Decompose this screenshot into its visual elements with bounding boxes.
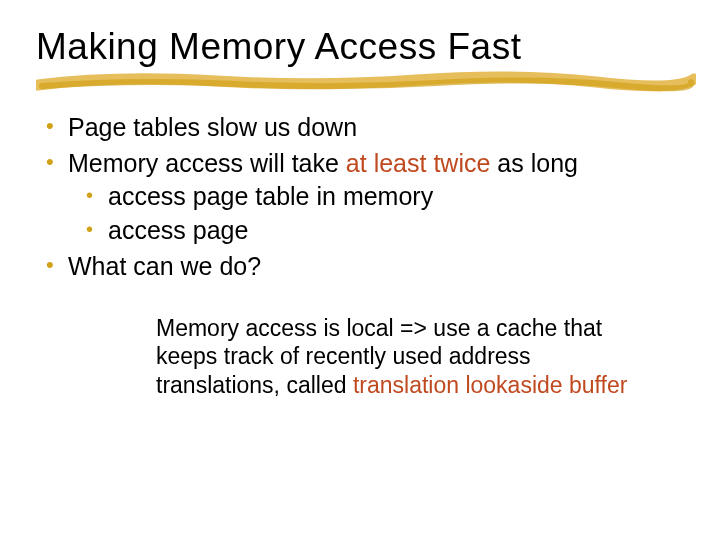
footer-note: Memory access is local => use a cache th… bbox=[156, 314, 636, 400]
bullet-text: What can we do? bbox=[68, 252, 261, 280]
bullet-text-pre: Memory access will take bbox=[68, 149, 346, 177]
bullet-item: Page tables slow us down bbox=[40, 111, 684, 145]
sub-bullet-text: access page table in memory bbox=[108, 182, 433, 210]
title-underline bbox=[36, 71, 684, 93]
bullet-text: Page tables slow us down bbox=[68, 113, 357, 141]
bullet-item: Memory access will take at least twice a… bbox=[40, 147, 684, 248]
bullet-text-post: as long bbox=[490, 149, 578, 177]
bullet-item: What can we do? bbox=[40, 250, 684, 284]
brush-stroke-icon bbox=[36, 71, 696, 93]
slide-title: Making Memory Access Fast bbox=[36, 28, 684, 67]
bullet-list: Page tables slow us down Memory access w… bbox=[36, 111, 684, 284]
sub-bullet-item: access page bbox=[82, 214, 684, 248]
sub-bullet-text: access page bbox=[108, 216, 248, 244]
sub-bullet-item: access page table in memory bbox=[82, 180, 684, 214]
bullet-text-accent: at least twice bbox=[346, 149, 491, 177]
sub-bullet-list: access page table in memory access page bbox=[68, 180, 684, 248]
note-text-accent: translation lookaside buffer bbox=[353, 372, 627, 398]
slide: Making Memory Access Fast Page tables sl… bbox=[0, 0, 720, 540]
